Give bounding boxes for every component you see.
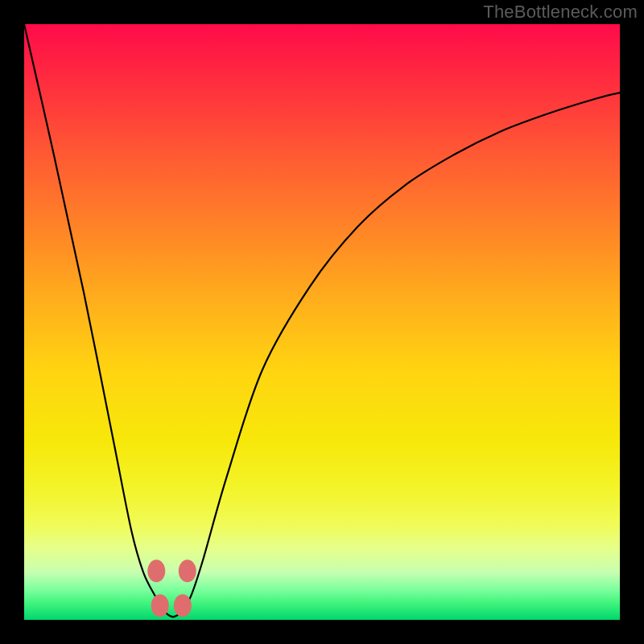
curve-dot — [147, 559, 165, 582]
curve-dot — [151, 594, 169, 617]
curve-dot — [174, 594, 192, 617]
curve-svg — [24, 24, 620, 620]
curve-dots — [147, 559, 196, 617]
plot-area — [24, 24, 620, 620]
bottleneck-curve — [24, 24, 620, 617]
watermark-text: TheBottleneck.com — [483, 2, 638, 23]
curve-dot — [179, 559, 196, 582]
chart-frame: TheBottleneck.com — [0, 0, 644, 644]
